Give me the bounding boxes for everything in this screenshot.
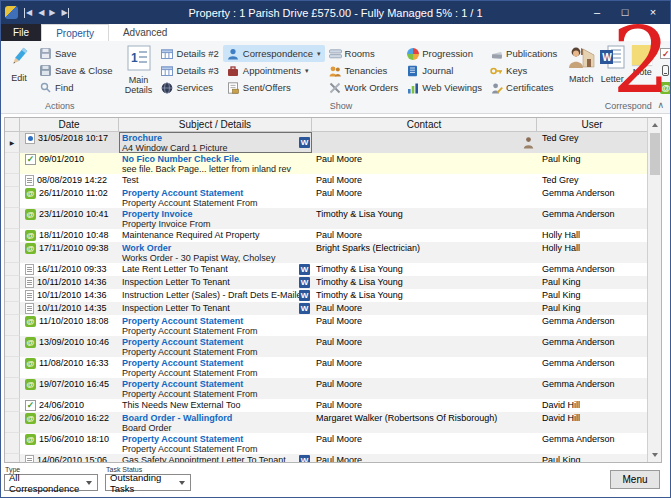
row-selector-cell[interactable]	[5, 242, 20, 263]
date-cell: 10/11/2010 14:35	[20, 302, 119, 315]
user-cell: David Hill	[537, 412, 647, 433]
row-selector-cell[interactable]	[5, 412, 20, 433]
vertical-scrollbar[interactable]	[647, 118, 661, 462]
table-row[interactable]: @18/11/2010 10:48Maintenance Required At…	[5, 229, 647, 242]
save-and-close-button[interactable]: Save & Close	[35, 62, 117, 79]
table-row[interactable]: @26/11/2010 11:02Property Account Statem…	[5, 187, 647, 208]
sent-offers-button[interactable]: Sent/Offers	[223, 79, 325, 96]
document-icon	[25, 175, 34, 186]
user-cell: Gemma Anderson	[537, 378, 647, 399]
table-row[interactable]: 14/06/2010 15:06Gas Safety Appointment L…	[5, 454, 647, 462]
details-2-button[interactable]: Details #2	[157, 45, 223, 62]
header-contact[interactable]: Contact	[312, 118, 537, 131]
table-row[interactable]: @13/09/2010 10:46Property Account Statem…	[5, 336, 647, 357]
edit-button[interactable]: Edit	[3, 43, 35, 83]
row-selector-cell[interactable]	[5, 229, 20, 242]
briefcase-icon	[227, 64, 240, 77]
save-button[interactable]: Save	[35, 45, 117, 62]
table-row[interactable]: 10/11/2010 14:35Inspection Letter To Ten…	[5, 302, 647, 315]
table-row[interactable]: ▶31/05/2018 10:17BrochureA4 Window Card …	[5, 132, 647, 153]
appointments-button[interactable]: Appointments ▾	[223, 62, 325, 79]
email-button[interactable]: @	[657, 79, 671, 96]
table-row[interactable]: @19/07/2010 16:45Property Account Statem…	[5, 378, 647, 399]
progression-button[interactable]: Progression	[402, 45, 486, 62]
header-subject[interactable]: Subject / Details	[119, 118, 312, 131]
ribbon-collapse-chevron[interactable]: ∧	[657, 100, 664, 110]
contact-cell: Paul Moore	[312, 399, 537, 412]
scroll-down-arrow[interactable]	[648, 448, 661, 462]
table-row[interactable]: @15/06/2010 18:10Property Account Statem…	[5, 433, 647, 454]
table-row[interactable]: @22/06/2010 16:22Board Order - Wallingfo…	[5, 412, 647, 433]
row-selector-cell[interactable]	[5, 208, 20, 229]
date-cell: 14/06/2010 15:06	[20, 454, 119, 462]
row-selector-cell[interactable]	[5, 187, 20, 208]
row-selector-cell[interactable]	[5, 174, 20, 187]
table-row[interactable]: @17/11/2010 09:38Work OrderWorks Order -…	[5, 242, 647, 263]
details-3-button[interactable]: Details #3	[157, 62, 223, 79]
contact-cell: Paul Moore	[312, 454, 537, 462]
certificates-button[interactable]: Certificates	[486, 79, 561, 96]
publications-button[interactable]: Publications	[486, 45, 561, 62]
table-row[interactable]: 10/11/2010 14:36Instruction Letter (Sale…	[5, 289, 647, 302]
sms-button[interactable]	[657, 62, 671, 79]
contact-cell: Paul Moore	[312, 174, 537, 187]
match-button[interactable]: Match	[565, 43, 597, 84]
row-selector-cell[interactable]	[5, 302, 20, 315]
row-selector-cell[interactable]	[5, 399, 20, 412]
correspondence-button[interactable]: Correspondence ▾	[223, 45, 325, 62]
find-button[interactable]: Find	[35, 79, 117, 96]
table-row[interactable]: @23/11/2010 10:41Property InvoicePropert…	[5, 208, 647, 229]
ribbon: Edit Save Save & Close Find	[1, 41, 670, 114]
row-selector-cell[interactable]	[5, 378, 20, 399]
close-button[interactable]: ×	[640, 4, 666, 21]
services-button[interactable]: Services	[157, 79, 223, 96]
web-viewings-button[interactable]: Web Viewings	[402, 79, 486, 96]
type-dropdown[interactable]: All Correspondence	[4, 474, 98, 491]
user-cell: Gemma Anderson	[537, 263, 647, 276]
row-selector-cell[interactable]	[5, 263, 20, 276]
table-row[interactable]: @11/10/2010 18:08Property Account Statem…	[5, 315, 647, 336]
menu-button[interactable]: Menu	[610, 470, 660, 489]
row-selector-cell[interactable]	[5, 357, 20, 378]
header-date[interactable]: Date	[20, 118, 119, 131]
table-row[interactable]: 08/08/2019 14:22TestPaul MooreTed Grey	[5, 174, 647, 187]
date-cell: 31/05/2018 10:17	[20, 132, 119, 153]
row-selector-cell[interactable]	[5, 153, 20, 174]
contact-cell: Bright Sparks (Electrician)	[312, 242, 537, 263]
journal-book-icon	[406, 64, 419, 77]
main-details-button[interactable]: 1 Main Details	[121, 43, 157, 95]
row-selector-cell[interactable]	[5, 336, 20, 357]
row-selector-cell[interactable]	[5, 433, 20, 454]
date-cell: ✓09/01/2010	[20, 153, 119, 174]
maximize-button[interactable]: □	[612, 4, 638, 21]
note-button[interactable]: Note	[627, 43, 657, 77]
header-user[interactable]: User	[537, 118, 647, 131]
rooms-button[interactable]: Rooms	[325, 45, 403, 62]
row-selector-cell[interactable]	[5, 289, 20, 302]
scrollbar-thumb[interactable]	[650, 133, 660, 175]
table-row[interactable]: 10/11/2010 14:36Inspection Letter To Ten…	[5, 276, 647, 289]
table-row[interactable]: 16/11/2010 09:33Late Rent Letter To Tena…	[5, 263, 647, 276]
letter-button[interactable]: W Letter	[597, 43, 627, 84]
table-row[interactable]: @11/08/2010 16:33Property Account Statem…	[5, 357, 647, 378]
tab-file[interactable]: File	[1, 24, 41, 41]
minimize-button[interactable]: –	[584, 4, 610, 21]
journal-button[interactable]: Journal	[402, 62, 486, 79]
row-selector-cell[interactable]	[5, 454, 20, 462]
table-row[interactable]: ✓09/01/2010No Fico Number Check File.see…	[5, 153, 647, 174]
row-selector-cell[interactable]	[5, 276, 20, 289]
task-button[interactable]: ✓	[657, 45, 671, 62]
work-orders-button[interactable]: Work Orders	[325, 79, 403, 96]
task-status-dropdown[interactable]: Outstanding Tasks	[105, 474, 191, 491]
row-selector-cell[interactable]	[5, 315, 20, 336]
row-selector-cell[interactable]: ▶	[5, 132, 20, 153]
tab-advanced[interactable]: Advanced	[109, 24, 181, 41]
table-row[interactable]: ✓24/06/2010This Needs New External TooPa…	[5, 399, 647, 412]
user-cell: Gemma Anderson	[537, 336, 647, 357]
scroll-up-arrow[interactable]	[648, 118, 661, 132]
keys-button[interactable]: Keys	[486, 62, 561, 79]
tenancies-button[interactable]: Tenancies	[325, 62, 403, 79]
match-person-house-icon	[567, 45, 595, 74]
tab-property[interactable]: Property	[41, 24, 109, 41]
contact-cell: Paul Moore	[312, 302, 537, 315]
